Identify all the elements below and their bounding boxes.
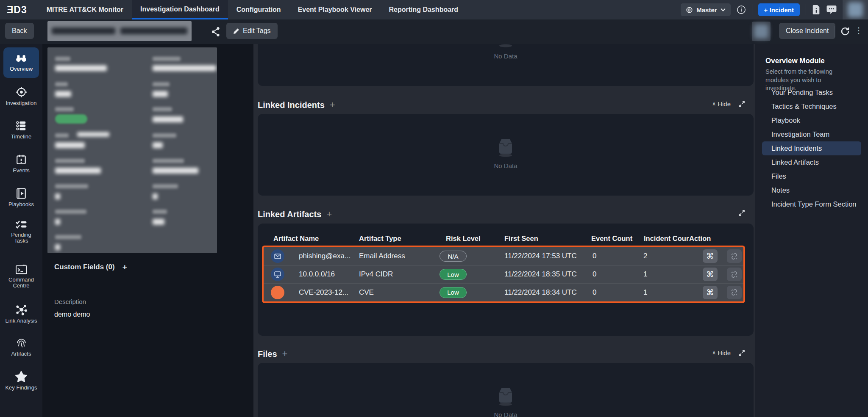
module-link-linked-incidents[interactable]: Linked Incidents [762, 141, 861, 155]
close-incident-button[interactable]: Close Incident [779, 23, 835, 39]
rail-item-timeline[interactable]: Timeline [0, 120, 42, 140]
risk-level-badge: Low [440, 269, 467, 280]
rail-item-key-findings[interactable]: Key Findings [0, 371, 42, 391]
checklist-icon [15, 219, 27, 229]
timeline-icon [16, 120, 27, 131]
rail-label: Command Centre [6, 277, 36, 289]
artifact-command-button[interactable]: ⌘ [703, 268, 718, 281]
add-file-button[interactable]: + [282, 348, 288, 359]
rail-item-overview[interactable]: Overview [3, 47, 39, 78]
unlink-artifact-button[interactable] [727, 249, 742, 263]
rail-item-events[interactable]: Events [0, 154, 42, 174]
module-link-files[interactable]: Files [762, 169, 861, 183]
nav-tabs: MITRE ATT&CK Monitor Investigation Dashb… [38, 0, 467, 19]
unlink-icon [731, 271, 738, 278]
artifact-row[interactable]: 10.0.0.0/16 IPv4 CIDR Low 11/22/2024 18:… [264, 265, 743, 284]
fingerprint-icon [16, 337, 27, 348]
rail-item-playbooks[interactable]: Playbooks [0, 188, 42, 207]
share-icon[interactable] [211, 27, 220, 37]
tab-reporting-dashboard[interactable]: Reporting Dashboard [381, 0, 467, 19]
files-title: Files [258, 349, 277, 359]
assignee-avatar-redacted[interactable] [752, 22, 771, 41]
incident-count: 2 [643, 252, 647, 260]
tab-mitre-attack-monitor[interactable]: MITRE ATT&CK Monitor [38, 0, 132, 19]
rail-label: Events [13, 168, 30, 174]
artifact-name[interactable]: 10.0.0.0/16 [299, 270, 335, 279]
module-link-linked-artifacts[interactable]: Linked Artifacts [762, 155, 861, 169]
incident-count: 1 [643, 288, 647, 297]
edit-tags-button[interactable]: Edit Tags [226, 23, 278, 39]
workspace-label: Master [696, 6, 717, 14]
chevron-down-icon [721, 8, 726, 11]
refresh-icon[interactable] [840, 26, 850, 36]
tab-investigation-dashboard[interactable]: Investigation Dashboard [132, 0, 228, 19]
module-link-incident-type-form-section[interactable]: Incident Type Form Section [762, 197, 861, 211]
risk-level-badge: Low [440, 287, 467, 298]
overview-modules-scroll[interactable]: No Data Linked Incidents + ∧Hide No Data… [253, 44, 755, 417]
incident-fields-redacted [47, 47, 217, 253]
artifact-row[interactable]: phishing@exa... Email Address N/A 11/22/… [264, 247, 743, 265]
rail-item-artifacts[interactable]: Artifacts [0, 337, 42, 357]
linked-artifacts-card: Artifact Name Artifact Type Risk Level F… [258, 224, 754, 336]
info-icon[interactable] [737, 5, 746, 14]
module-link-investigation-team[interactable]: Investigation Team [762, 127, 861, 141]
artifact-command-button[interactable]: ⌘ [703, 249, 718, 263]
module-link-tactics-techniques[interactable]: Tactics & Techniques [762, 99, 861, 113]
col-first-seen: First Seen [504, 235, 538, 243]
col-event-count: Event Count [591, 235, 632, 243]
rail-label: Link Analysis [5, 318, 37, 324]
expand-icon[interactable] [738, 101, 745, 108]
new-incident-button[interactable]: + Incident [758, 3, 800, 16]
d3-logo[interactable]: ƎD3 [0, 0, 38, 19]
avatar-image-redacted [754, 24, 768, 39]
incident-summary-panel: Custom Fields (0) + Description demo dem… [42, 44, 253, 417]
divider [752, 4, 752, 15]
chat-icon[interactable] [826, 5, 837, 14]
tab-configuration[interactable]: Configuration [228, 0, 289, 19]
description-value: demo demo [54, 311, 90, 318]
severity-pill-redacted [55, 114, 87, 124]
add-linked-incident-button[interactable]: + [330, 99, 335, 110]
add-linked-artifact-button[interactable]: + [326, 209, 332, 220]
rail-item-link-analysis[interactable]: Link Analysis [0, 304, 42, 324]
first-seen: 11/22/2024 17:53 UTC [504, 252, 577, 260]
divider [806, 4, 806, 15]
expand-icon[interactable] [738, 210, 745, 216]
artifact-name[interactable]: CVE-2023-12... [299, 288, 348, 297]
unlink-artifact-button[interactable] [727, 286, 742, 299]
add-custom-field-button[interactable]: + [122, 262, 127, 272]
module-link-playbook[interactable]: Playbook [762, 113, 861, 127]
back-button[interactable]: Back [5, 23, 34, 39]
tab-event-playbook-viewer[interactable]: Event Playbook Viewer [289, 0, 381, 19]
artifact-command-button[interactable]: ⌘ [703, 286, 718, 299]
rail-label: Key Findings [5, 385, 37, 391]
rail-item-pending-tasks[interactable]: Pending Tasks [0, 219, 42, 244]
artifact-type: IPv4 CIDR [359, 270, 393, 279]
release-notes-icon[interactable] [812, 5, 821, 14]
user-avatar[interactable] [843, 0, 868, 19]
rail-label: Overview [10, 66, 33, 72]
col-incident-count: Incident Cour [644, 235, 689, 243]
artifact-name[interactable]: phishing@exa... [299, 252, 351, 260]
risk-level-badge: N/A [440, 251, 467, 262]
rail-item-investigation[interactable]: Investigation [0, 86, 42, 106]
module-link-your-pending-tasks[interactable]: Your Pending Tasks [762, 86, 861, 99]
globe-icon [686, 6, 693, 14]
col-artifact-type: Artifact Type [359, 235, 401, 243]
hide-files-button[interactable]: ∧Hide [712, 349, 731, 356]
expand-icon[interactable] [738, 350, 745, 356]
incident-toolbar: Back Edit Tags Close Incident ⋮ [0, 19, 868, 44]
nav-right-cluster: Master + Incident [681, 0, 868, 19]
artifact-row[interactable]: CVE-2023-12... CVE Low 11/22/2024 18:34 … [264, 283, 743, 301]
edit-tags-label: Edit Tags [243, 27, 271, 35]
rail-label: Pending Tasks [6, 232, 36, 244]
kebab-menu-icon[interactable]: ⋮ [854, 25, 863, 36]
unlink-artifact-button[interactable] [727, 268, 742, 281]
hide-linked-incidents-button[interactable]: ∧Hide [712, 100, 731, 108]
rail-label: Playbooks [8, 202, 34, 207]
rail-item-command-centre[interactable]: Command Centre [0, 264, 42, 289]
module-link-notes[interactable]: Notes [762, 183, 861, 197]
artifact-type: CVE [359, 288, 374, 297]
cve-artifact-icon [271, 286, 284, 299]
workspace-selector[interactable]: Master [681, 3, 730, 16]
